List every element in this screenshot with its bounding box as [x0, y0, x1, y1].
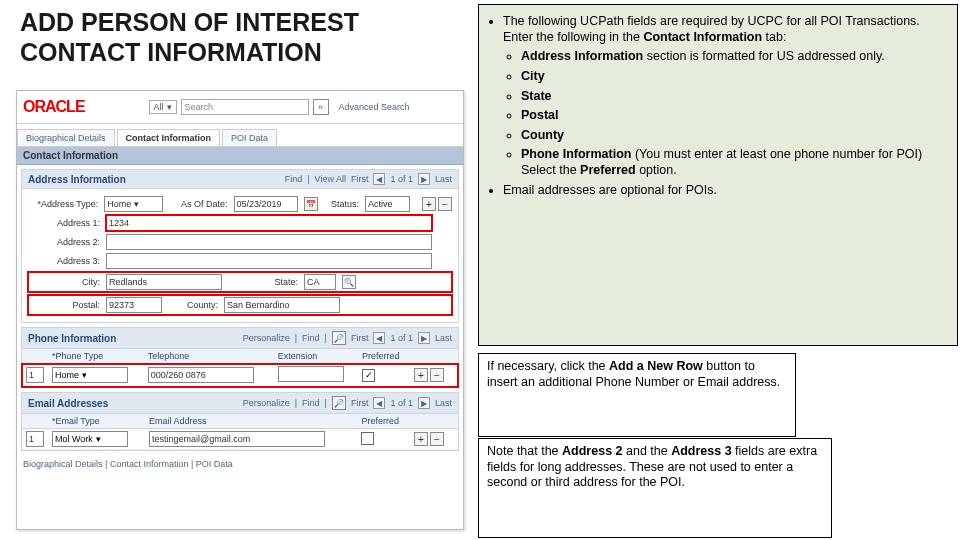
next-arrow-icon[interactable]: ▶: [418, 173, 430, 185]
find-link[interactable]: Find: [302, 333, 320, 343]
address3-input[interactable]: [106, 253, 432, 269]
chevron-down-icon: ▾: [96, 434, 101, 444]
th-email-address: Email Address: [145, 414, 357, 429]
page-title: ADD PERSON OF INTEREST CONTACT INFORMATI…: [20, 8, 420, 67]
remove-row-button[interactable]: −: [438, 197, 452, 211]
oracle-logo: ORACLE: [23, 98, 85, 116]
next-arrow-icon[interactable]: ▶: [418, 332, 430, 344]
label: Address 1:: [28, 218, 100, 228]
seq-input[interactable]: 1: [26, 367, 44, 383]
city-input[interactable]: Redlands: [106, 274, 222, 290]
status-value: Active: [365, 196, 410, 212]
instruction-note1: If necessary, click the Add a New Row bu…: [478, 353, 796, 437]
phone-type-select[interactable]: Home▾: [52, 367, 128, 383]
label: *Address Type:: [28, 199, 98, 209]
last-label: Last: [435, 174, 452, 184]
personalize-link[interactable]: Personalize: [243, 398, 290, 408]
find-link[interactable]: Find: [285, 174, 303, 184]
telephone-input[interactable]: 000/260 0876: [148, 367, 254, 383]
tab-biographical[interactable]: Biographical Details: [17, 129, 115, 146]
first-label: First: [351, 398, 369, 408]
th-phone-type: *Phone Type: [48, 349, 144, 364]
address-panel: Address Information Find| View All First…: [21, 169, 459, 323]
section-header: Contact Information: [17, 147, 463, 165]
next-arrow-icon[interactable]: ▶: [418, 397, 430, 409]
last-label: Last: [435, 398, 452, 408]
view-all-link[interactable]: View All: [315, 174, 346, 184]
extension-input[interactable]: [278, 366, 344, 382]
tab-poi-data[interactable]: POI Data: [222, 129, 277, 146]
label: Address 3:: [28, 256, 100, 266]
advanced-search-link[interactable]: Advanced Search: [339, 102, 410, 112]
prev-arrow-icon[interactable]: ◀: [373, 397, 385, 409]
calendar-icon[interactable]: 📅: [304, 197, 318, 211]
find-link[interactable]: Find: [302, 398, 320, 408]
th-preferred: Preferred: [358, 349, 410, 364]
add-row-button[interactable]: +: [414, 368, 428, 382]
phone-header: Phone Information: [28, 333, 116, 344]
add-row-button[interactable]: +: [422, 197, 436, 211]
seq-input[interactable]: 1: [26, 431, 44, 447]
scope-select[interactable]: All▾: [149, 100, 177, 114]
label: Status:: [324, 199, 359, 209]
label: County:: [168, 300, 218, 310]
th-telephone: Telephone: [144, 349, 274, 364]
label: State:: [228, 277, 298, 287]
chevron-down-icon: ▾: [167, 102, 172, 112]
screenshot-panel: ORACLE All▾ Search » Advanced Search Bio…: [16, 90, 464, 530]
zoom-icon[interactable]: 🔎: [332, 331, 346, 345]
address-type-select[interactable]: Home▾: [104, 196, 163, 212]
chevron-down-icon: ▾: [134, 199, 139, 209]
rec-count: 1 of 1: [390, 174, 413, 184]
as-of-date-input[interactable]: 05/23/2019: [234, 196, 299, 212]
rec-count: 1 of 1: [390, 333, 413, 343]
email-panel: Email Addresses Personalize| Find| 🔎 Fir…: [21, 392, 459, 451]
footer-links[interactable]: Biographical Details | Contact Informati…: [17, 455, 463, 473]
remove-row-button[interactable]: −: [430, 432, 444, 446]
lookup-icon[interactable]: 🔍: [342, 275, 356, 289]
search-input[interactable]: Search: [181, 99, 309, 115]
chevron-down-icon: ▾: [82, 370, 87, 380]
label: City:: [30, 277, 100, 287]
label: Postal:: [30, 300, 100, 310]
address-header: Address Information: [28, 174, 126, 185]
row-add-remove: +−: [422, 197, 452, 211]
label: As Of Date:: [169, 199, 228, 209]
oracle-topbar: ORACLE All▾ Search » Advanced Search: [17, 91, 463, 124]
email-header: Email Addresses: [28, 398, 108, 409]
county-input[interactable]: San Bernardino: [224, 297, 340, 313]
prev-arrow-icon[interactable]: ◀: [373, 332, 385, 344]
tab-contact[interactable]: Contact Information: [117, 129, 221, 146]
th-preferred: Preferred: [357, 414, 410, 429]
remove-row-button[interactable]: −: [430, 368, 444, 382]
label: Address 2:: [28, 237, 100, 247]
first-label: First: [351, 333, 369, 343]
zoom-icon[interactable]: 🔎: [332, 396, 346, 410]
search-go-button[interactable]: »: [313, 99, 329, 115]
email-input[interactable]: testingemail@gmail.com: [149, 431, 325, 447]
prev-arrow-icon[interactable]: ◀: [373, 173, 385, 185]
th-email-type: *Email Type: [48, 414, 145, 429]
phone-panel: Phone Information Personalize| Find| 🔎 F…: [21, 327, 459, 388]
instruction-note2: Note that the Address 2 and the Address …: [478, 438, 832, 538]
personalize-link[interactable]: Personalize: [243, 333, 290, 343]
address2-input[interactable]: [106, 234, 432, 250]
address1-input[interactable]: 1234: [106, 215, 432, 231]
th-extension: Extension: [274, 349, 358, 364]
tabstrip: Biographical Details Contact Information…: [17, 124, 463, 147]
state-input[interactable]: CA: [304, 274, 336, 290]
last-label: Last: [435, 333, 452, 343]
email-type-select[interactable]: Mol Work▾: [52, 431, 128, 447]
rec-count: 1 of 1: [390, 398, 413, 408]
first-label: First: [351, 174, 369, 184]
add-row-button[interactable]: +: [414, 432, 428, 446]
preferred-checkbox[interactable]: ✓: [362, 369, 375, 382]
preferred-checkbox[interactable]: [361, 432, 374, 445]
postal-input[interactable]: 92373: [106, 297, 162, 313]
instruction-main: The following UCPath fields are required…: [478, 4, 958, 346]
